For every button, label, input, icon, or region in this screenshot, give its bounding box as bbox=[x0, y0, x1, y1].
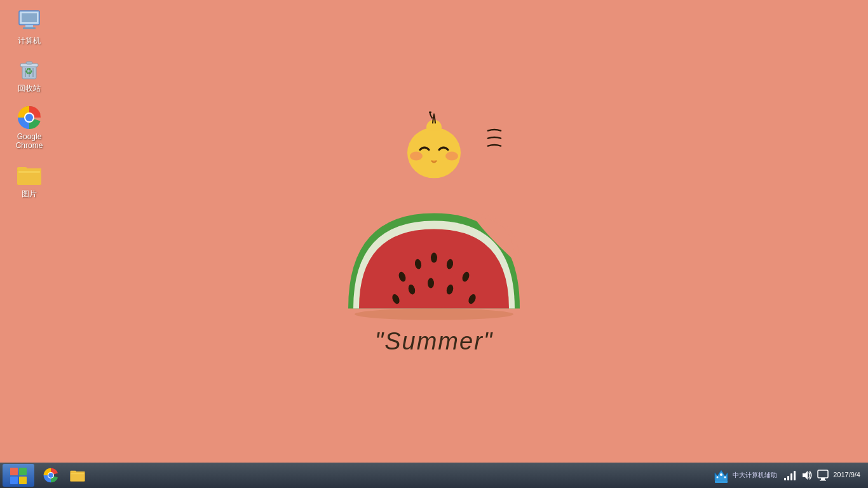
system-tray: 中大计算机辅助 bbox=[707, 463, 865, 488]
svg-point-14 bbox=[25, 114, 33, 121]
chrome-icon bbox=[17, 105, 42, 130]
desktop: 计算机 ♻ 回收站 bbox=[0, 0, 868, 488]
svg-rect-2 bbox=[25, 25, 33, 27]
chick-illustration bbox=[351, 109, 517, 223]
svg-point-44 bbox=[720, 473, 722, 476]
svg-point-29 bbox=[428, 278, 434, 288]
desktop-icon-chrome[interactable]: Google Chrome bbox=[6, 102, 52, 153]
svg-rect-34 bbox=[19, 468, 27, 475]
svg-rect-3 bbox=[23, 27, 36, 29]
svg-point-19 bbox=[429, 112, 431, 114]
recycle-icon: ♻ bbox=[17, 57, 42, 82]
taskbar: 中大计算机辅助 bbox=[0, 463, 868, 488]
tray-datetime[interactable]: 2017/9/4 bbox=[833, 470, 860, 480]
svg-point-25 bbox=[431, 253, 437, 263]
display-icon[interactable] bbox=[817, 469, 829, 482]
tray-date: 2017/9/4 bbox=[833, 470, 860, 480]
tray-crown-area[interactable]: 中大计算机辅助 bbox=[712, 466, 777, 484]
svg-rect-43 bbox=[715, 480, 728, 483]
folder-icon bbox=[17, 162, 42, 187]
network-icon[interactable] bbox=[783, 469, 796, 482]
computer-icon-label: 计算机 bbox=[18, 36, 41, 45]
desktop-icon-recycle[interactable]: ♻ 回收站 bbox=[6, 54, 52, 95]
svg-rect-33 bbox=[10, 468, 18, 475]
svg-text:♻: ♻ bbox=[25, 66, 33, 76]
svg-point-45 bbox=[717, 477, 719, 478]
svg-rect-17 bbox=[18, 171, 40, 173]
svg-rect-48 bbox=[821, 478, 825, 480]
svg-rect-41 bbox=[71, 473, 84, 474]
wallpaper-art: "Summer" bbox=[332, 109, 536, 355]
taskbar-chrome-button[interactable] bbox=[39, 465, 62, 485]
recycle-icon-label: 回收站 bbox=[18, 84, 41, 93]
svg-rect-49 bbox=[820, 480, 826, 481]
svg-rect-47 bbox=[818, 470, 828, 478]
svg-point-46 bbox=[724, 477, 726, 478]
svg-point-22 bbox=[445, 152, 458, 161]
pictures-icon-label: 图片 bbox=[22, 189, 37, 198]
summer-text: "Summer" bbox=[375, 328, 494, 355]
svg-rect-36 bbox=[19, 477, 27, 484]
svg-rect-35 bbox=[10, 477, 18, 484]
desktop-icons: 计算机 ♻ 回收站 bbox=[6, 6, 52, 201]
taskbar-folder-button[interactable] bbox=[66, 465, 89, 485]
start-button[interactable] bbox=[3, 464, 34, 487]
chrome-icon-label: Google Chrome bbox=[9, 132, 50, 151]
desktop-icon-pictures[interactable]: 图片 bbox=[6, 159, 52, 201]
tray-crown-text: 中大计算机辅助 bbox=[733, 471, 777, 480]
desktop-icon-computer[interactable]: 计算机 bbox=[6, 6, 52, 48]
svg-rect-7 bbox=[26, 62, 32, 64]
computer-icon bbox=[17, 9, 42, 34]
volume-icon[interactable] bbox=[800, 469, 813, 482]
svg-point-21 bbox=[410, 152, 423, 161]
svg-point-38 bbox=[48, 473, 53, 478]
svg-point-18 bbox=[426, 120, 442, 131]
